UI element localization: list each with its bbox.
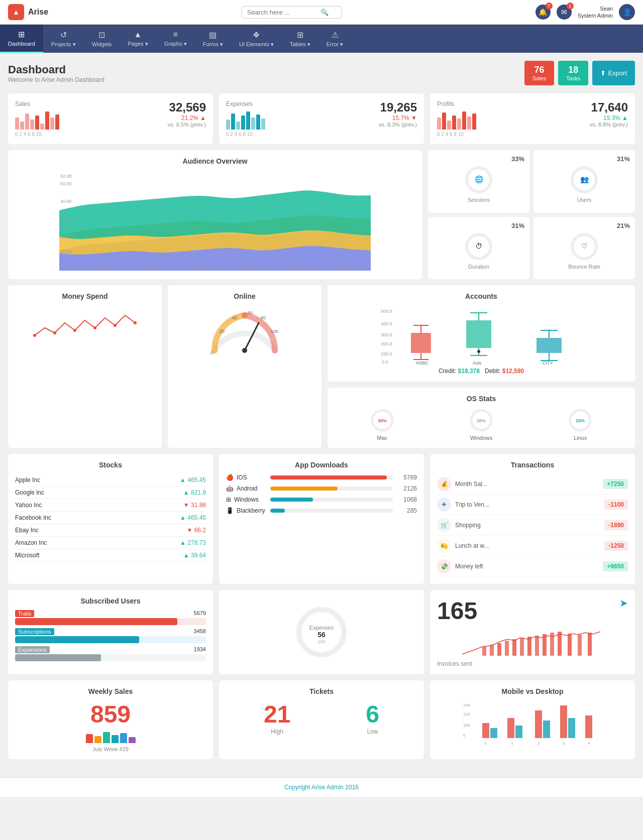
svg-text:0: 0 [210, 350, 213, 355]
menu-label-tables: Tables ▾ [290, 41, 310, 48]
svg-point-49 [477, 350, 480, 353]
menu-item-pages[interactable]: ▲ Pages ▾ [120, 25, 156, 52]
messages-button[interactable]: ✉ 1 [557, 5, 572, 20]
stock-ebay-value: ▼ 66.2 [186, 527, 206, 534]
sub-trails: Trails 5679 [15, 610, 206, 625]
os-windows: 30% Windows [434, 408, 528, 441]
stock-ebay-name: Ebay Inc [15, 527, 39, 534]
sub-subscriptions-value: 3458 [194, 628, 206, 635]
sub-trails-bar [15, 618, 177, 625]
menu-label-graphs: Graphs ▾ [164, 41, 187, 47]
menu-item-tables[interactable]: ⊞ Tables ▾ [282, 25, 318, 53]
svg-point-32 [242, 348, 247, 353]
export-icon: ⬆ [600, 69, 606, 77]
stocks-row: Stocks Apple Inc ▲ 465.45 Google Inc ▲ 8… [8, 454, 635, 584]
menu-item-widgets[interactable]: ⊡ Widgets [84, 25, 120, 52]
menu-item-dashboard[interactable]: ⊞ Dashboard [0, 25, 43, 53]
svg-rect-98 [490, 728, 497, 738]
svg-point-25 [33, 334, 36, 337]
transactions-card: Transactions 💰 Month Sal... +7250 ✈ Trip… [430, 454, 635, 584]
sub-expansions-value: 1934 [194, 646, 206, 653]
svg-text:120: 120 [463, 712, 470, 716]
audience-title: Audience Overview [15, 157, 415, 165]
stock-yahoo: Yahoo Inc ▼ 31.88 [15, 499, 206, 512]
users-pct: 31% [617, 155, 630, 163]
svg-text:100: 100 [463, 723, 470, 728]
page-heading: Dashboard [8, 63, 104, 76]
app-blackberry-count: 285 [397, 507, 417, 514]
menu-item-projects[interactable]: ↺ Projects ▾ [43, 25, 84, 53]
svg-text:CITY: CITY [543, 361, 553, 366]
svg-text:100.0: 100.0 [381, 351, 392, 356]
stock-apple-name: Apple Inc [15, 476, 40, 484]
svg-text:200.0: 200.0 [381, 341, 392, 346]
duration-donut: ⏱ [464, 231, 494, 262]
search-bar[interactable]: 🔍 [242, 6, 342, 19]
os-stats-title: OS Stats [335, 395, 628, 403]
bounce-donut: ♡ [569, 231, 599, 262]
weekly-bar-1 [86, 734, 93, 743]
svg-rect-101 [535, 710, 542, 738]
transactions-list: 💰 Month Sal... +7250 ✈ Trip to Ven... -1… [437, 474, 628, 577]
app-ios-label: 🍎 IOS [226, 474, 266, 481]
menu-label-dashboard: Dashboard [8, 41, 35, 47]
app-ios-bar [270, 475, 387, 479]
os-windows-label: Windows [470, 435, 493, 441]
tasks-button[interactable]: 18 Tasks [558, 61, 588, 85]
svg-text:30.00: 30.00 [60, 216, 72, 221]
svg-text:4: 4 [588, 741, 590, 746]
trans-moneyleft-label: Money left [455, 563, 603, 570]
mobile-desktop-title: Mobile vs Desktop [437, 687, 628, 695]
stocks-list: Apple Inc ▲ 465.45 Google Inc ▲ 821.9 Ya… [15, 474, 206, 562]
search-input[interactable] [247, 9, 317, 16]
widgets-icon: ⊡ [98, 30, 105, 40]
accounts-card: Accounts [328, 285, 635, 382]
avatar[interactable]: 👤 [619, 4, 635, 20]
menu-item-graphs[interactable]: ≡ Graphs ▾ [156, 25, 195, 52]
svg-text:♡: ♡ [581, 242, 588, 250]
invoices-mini-chart [437, 627, 628, 657]
accounts-boxplot: 500.0 400.0 300.0 200.0 100.0 0.0 HSBC A… [345, 305, 618, 366]
sub-expansions-bar [15, 654, 101, 661]
menu-label-error: Error ▾ [327, 41, 344, 48]
app-android-bar [270, 487, 338, 491]
svg-text:80: 80 [261, 315, 266, 320]
svg-text:0: 0 [484, 741, 487, 746]
donut-bounce: 21% ♡ Bounce Rate [533, 217, 635, 280]
sessions-donut: 🌐 [464, 165, 494, 195]
svg-text:1: 1 [511, 741, 513, 746]
svg-text:01/10/2008: 01/10/2008 [240, 266, 263, 271]
app-ios-count: 5769 [397, 474, 417, 481]
mobile-desktop-chart: 140 120 100 0 0 1 [437, 700, 628, 746]
svg-point-27 [73, 329, 76, 332]
export-button[interactable]: ⬆ Export [592, 61, 635, 85]
weekly-bar-5 [120, 733, 127, 743]
svg-text:100: 100 [271, 329, 278, 334]
stock-facebook-name: Facebook Inc [15, 514, 51, 521]
menu-item-error[interactable]: ⚠ Error ▾ [318, 25, 352, 53]
profits-axis: 0 2 4 6 8 10 [437, 132, 476, 137]
menu-item-forms[interactable]: ▤ Forms ▾ [195, 25, 231, 53]
main-content: Dashboard Welcome to Arise Admin Dashboa… [0, 53, 643, 773]
app-downloads-title: App Downloads [226, 461, 417, 469]
invoices-label: Invoices sent [437, 660, 628, 667]
sales-button[interactable]: 76 Sales [524, 61, 555, 85]
money-spend-card: Money Spend [8, 285, 162, 448]
sub-trails-value: 5679 [194, 610, 206, 617]
expenses-gauge: Expenses 56 100 [291, 602, 352, 662]
accounts-summary: Credit: $18,378 Debit: $12,590 [335, 368, 628, 375]
svg-text:0.00: 0.00 [60, 264, 69, 269]
audience-chart: 52.88 50.00 40.00 30.00 20.00 10.00 0.00… [15, 170, 415, 271]
svg-text:300.0: 300.0 [381, 332, 392, 337]
app-blackberry-bar-wrap [270, 509, 393, 513]
notifications-button[interactable]: 🔔 7 [535, 5, 551, 20]
stat-value-sales: 32,569 [168, 100, 206, 114]
speedometer-wrap: 0 20 40 60 80 100 [175, 305, 314, 355]
stock-google: Google Inc ▲ 821.9 [15, 487, 206, 499]
os-stats-row: 30% Mac 30% Windows [335, 408, 628, 441]
app-android-bar-wrap [270, 487, 393, 491]
menu-item-ui[interactable]: ❖ UI Elements ▾ [231, 25, 282, 53]
topbar: ▲ Arise 🔍 🔔 7 ✉ 1 Sean System Admin 👤 [0, 0, 643, 25]
money-spend-title: Money Spend [15, 292, 155, 300]
profits-mini-chart [437, 109, 476, 130]
